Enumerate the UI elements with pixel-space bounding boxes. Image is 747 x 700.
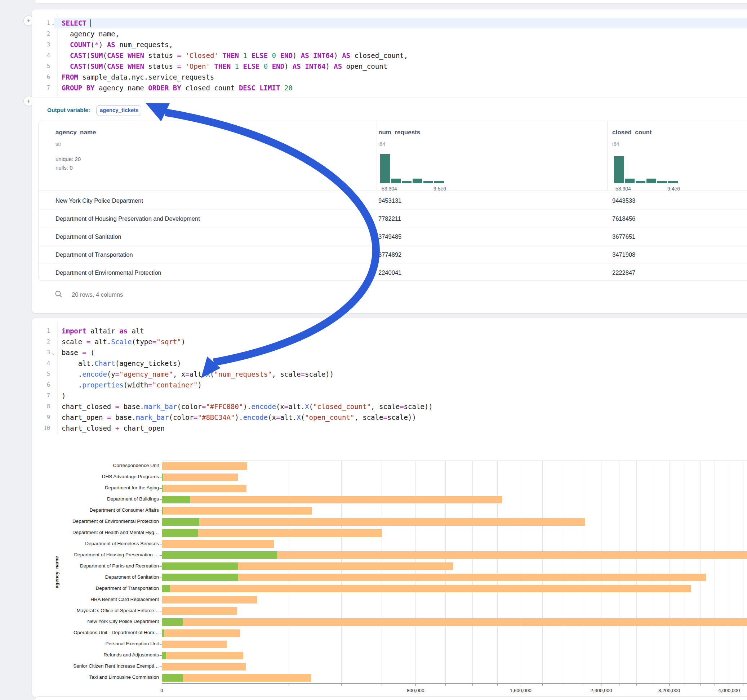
- y-tick: [160, 566, 162, 567]
- histogram-bar: [646, 179, 656, 183]
- closed-bar: [162, 573, 706, 581]
- table-row-value: 3677651: [612, 228, 635, 246]
- open-bar: [162, 652, 166, 659]
- histogram-bar: [413, 179, 422, 183]
- y-axis-label: Department of Parks and Recreation: [32, 563, 159, 569]
- fold-caret-icon[interactable]: ⌄: [52, 18, 54, 29]
- code-line[interactable]: 4 CAST(SUM(CASE WHEN status = 'Closed' T…: [32, 50, 747, 61]
- previous-cell-edge: [35, 0, 747, 4]
- y-axis-label: Department of Homeless Services: [32, 541, 159, 546]
- column-type: i64: [612, 141, 619, 147]
- open-bar: [162, 618, 183, 626]
- plus-icon: +: [27, 18, 30, 24]
- code-line[interactable]: 2 agency_name,: [32, 29, 747, 39]
- cell-divider: [32, 98, 747, 98]
- column-stat: unique: 20: [56, 156, 81, 162]
- line-number: 3: [32, 39, 50, 50]
- grid-line: [715, 460, 715, 683]
- code-line[interactable]: 5 CAST(SUM(CASE WHEN status = 'Open' THE…: [32, 61, 747, 72]
- python-cell-card: 1import altair as alt2scale = alt.Scale(…: [32, 318, 747, 697]
- x-tick: [162, 683, 162, 686]
- code-line[interactable]: 6FROM sample_data.nyc.service_requests: [32, 72, 747, 83]
- closed-bar: [162, 596, 257, 603]
- closed-bar: [162, 652, 243, 659]
- code-line[interactable]: 1⌄SELECT: [32, 18, 747, 29]
- table-row-value: 3749485: [378, 228, 401, 246]
- code-text: FROM sample_data.nyc.service_requests: [62, 72, 214, 83]
- code-line[interactable]: 7GROUP BY agency_name ORDER BY closed_co…: [32, 83, 747, 93]
- grid-line: [382, 460, 382, 683]
- y-tick: [160, 611, 162, 611]
- grid-line: [445, 460, 446, 683]
- line-number: 4: [32, 50, 50, 61]
- code-line[interactable]: 3 COUNT(*) AS num_requests,: [32, 39, 747, 50]
- open-bar: [162, 551, 277, 559]
- y-axis-label: Mayorâ€ s Office of Special Enforce…: [32, 608, 159, 613]
- open-bar: [162, 507, 163, 514]
- plus-icon: +: [27, 98, 30, 104]
- line-number: 1: [32, 18, 50, 29]
- header-divider: [607, 121, 608, 190]
- code-text: CAST(SUM(CASE WHEN status = 'Closed' THE…: [62, 50, 408, 61]
- header-bottom-border: [39, 190, 747, 191]
- table-row-value: 9453131: [378, 192, 401, 210]
- open-bar: [162, 474, 163, 481]
- column-type: str: [56, 141, 61, 147]
- y-axis-label: Senior Citizen Rent Increase Exempti…: [32, 663, 159, 669]
- histogram-bar: [391, 179, 401, 183]
- x-tick-label: 800,000: [407, 688, 425, 693]
- code-text: SELECT: [62, 18, 91, 29]
- header-divider: [377, 121, 377, 190]
- search-icon[interactable]: [54, 290, 63, 299]
- x-axis-line: [162, 683, 747, 684]
- table-row-value: 7618456: [612, 210, 635, 228]
- text-cursor: [91, 20, 91, 27]
- y-tick: [160, 522, 162, 522]
- output-variable-pill[interactable]: agency_tickets: [96, 105, 141, 116]
- code-text: agency_name,: [62, 29, 119, 39]
- y-tick: [160, 488, 162, 489]
- code-text: COUNT(*) AS num_requests,: [62, 39, 173, 50]
- y-axis-label: Department of Sanitation: [32, 574, 159, 580]
- table-row-value: 3471908: [612, 246, 635, 264]
- sql-code-editor[interactable]: 1⌄SELECT 2 agency_name,3 COUNT(*) AS num…: [32, 18, 747, 93]
- y-axis-label: Personal Exemption Unit: [32, 641, 159, 646]
- line-number: 7: [32, 83, 50, 93]
- y-tick: [160, 644, 162, 644]
- open-bar: [162, 573, 238, 581]
- y-axis-label: Department for the Aging: [32, 485, 159, 490]
- y-axis-label: New York City Police Department: [32, 619, 159, 624]
- column-header: closed_count: [612, 129, 652, 136]
- open-bar: [162, 585, 170, 592]
- histogram-bar: [657, 181, 667, 183]
- open-bar: [162, 563, 238, 570]
- line-number: 2: [32, 29, 50, 39]
- y-tick: [160, 477, 162, 477]
- closed-bar: [162, 618, 747, 626]
- y-axis-label: HRA Benefit Card Replacement: [32, 597, 159, 602]
- y-tick: [160, 600, 162, 600]
- y-axis-label: Taxi and Limousine Commission: [32, 674, 159, 680]
- histogram-bar: [614, 156, 624, 183]
- x-tick-label: 3,200,000: [658, 688, 680, 693]
- y-axis-title: agency_name: [54, 556, 59, 588]
- output-variable-label: Output variable:: [47, 107, 90, 113]
- grid-line: [743, 460, 743, 683]
- x-tick: [601, 683, 602, 686]
- y-tick: [160, 578, 162, 578]
- table-row-name: Department of Transportation: [56, 246, 133, 264]
- grid-line: [700, 460, 700, 683]
- table-row-value: 9443533: [612, 192, 635, 210]
- grid-line: [416, 460, 416, 683]
- y-tick: [160, 544, 162, 545]
- line-number: 5: [32, 61, 50, 72]
- closed-bar: [162, 540, 274, 548]
- table-row-name: Department of Sanitation: [56, 228, 121, 246]
- y-axis-label: Operations Unit - Department of Hom…: [32, 630, 159, 635]
- column-type: i64: [378, 141, 385, 147]
- code-text: GROUP BY agency_name ORDER BY closed_cou…: [62, 83, 293, 93]
- histogram-bar: [636, 181, 646, 183]
- x-tick-label: 1,600,000: [510, 688, 532, 693]
- y-tick: [160, 499, 162, 500]
- closed-bar: [162, 507, 312, 514]
